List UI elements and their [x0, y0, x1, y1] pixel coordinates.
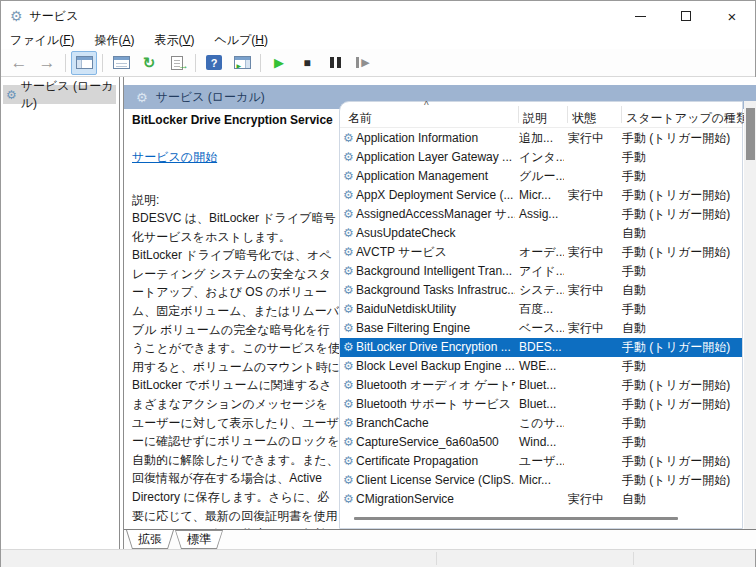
service-description-cell: Bluet...	[515, 376, 564, 395]
service-row[interactable]: ⚙ AVCTP サービス オーデ... 実行中 手動 (トリガー開始)	[340, 243, 742, 262]
service-row[interactable]: ⚙ Background Tasks Infrastruc... システ... …	[340, 281, 742, 300]
stop-service-button[interactable]: ■	[294, 51, 320, 75]
vertical-scrollbar[interactable]	[744, 101, 756, 529]
service-row[interactable]: ⚙ BitLocker Drive Encryption ... BDES...…	[340, 338, 742, 357]
service-description-cell	[515, 224, 564, 243]
service-row[interactable]: ⚙ Application Layer Gateway ... インタ... 手…	[340, 148, 742, 167]
restart-icon: ▶	[356, 57, 369, 68]
service-row[interactable]: ⚙ CMigrationService 実行中 自動	[340, 490, 742, 509]
service-row[interactable]: ⚙ Application Management グルー... 手動	[340, 167, 742, 186]
service-row[interactable]: ⚙ Base Filtering Engine ベース... 実行中 自動	[340, 319, 742, 338]
menu-help[interactable]: ヘルプ(H)	[205, 32, 279, 49]
service-row[interactable]: ⚙ Background Intelligent Tran... アイド... …	[340, 262, 742, 281]
toolbar-separator	[195, 54, 196, 72]
vertical-scrollbar-thumb[interactable]	[746, 108, 755, 160]
header-gear-icon: ⚙	[136, 91, 148, 104]
service-description-cell: アイド...	[515, 262, 564, 281]
menu-file[interactable]: ファイル(F)	[1, 32, 84, 49]
column-header-description[interactable]: 説明	[523, 110, 547, 127]
properties-button[interactable]	[108, 51, 134, 75]
export-list-button[interactable]: →	[164, 51, 190, 75]
service-description-cell: 百度...	[515, 300, 564, 319]
toolbar: ← → ↻ → ? ▶ ▶ ■ ▶	[1, 49, 755, 77]
service-row[interactable]: ⚙ AppX Deployment Service (... Micr... 実…	[340, 186, 742, 205]
minimize-button[interactable]	[617, 1, 663, 31]
show-console-tree-button[interactable]	[71, 51, 97, 75]
service-row[interactable]: ⚙ Certificate Propagation ユーザ... 手動 (トリガ…	[340, 452, 742, 471]
pause-service-button[interactable]	[322, 51, 348, 75]
refresh-button[interactable]: ↻	[136, 51, 162, 75]
service-gear-icon: ⚙	[340, 338, 356, 357]
start-service-button[interactable]: ▶	[266, 51, 292, 75]
column-separator[interactable]	[518, 106, 519, 123]
menu-view[interactable]: 表示(V)	[144, 32, 204, 49]
service-startup-type: 自動	[618, 224, 742, 243]
service-row[interactable]: ⚙ BaiduNetdiskUtility 百度... 手動	[340, 300, 742, 319]
service-status	[564, 376, 618, 395]
service-row[interactable]: ⚙ Block Level Backup Engine ... WBE... 手…	[340, 357, 742, 376]
column-separator[interactable]	[567, 106, 568, 123]
services-list-panel: ^ 名前 説明 状態 スタートアップの種類 ⚙ Application Info…	[339, 101, 743, 529]
service-status	[564, 471, 618, 490]
service-startup-type: 手動	[618, 357, 742, 376]
service-name: Background Tasks Infrastruc...	[356, 281, 515, 300]
service-name: Bluetooth サポート サービス	[356, 395, 515, 414]
services-pane: ⚙ サービス (ローカル) BitLocker Drive Encryption…	[124, 77, 756, 549]
service-startup-type: 手動	[618, 414, 742, 433]
window-controls: ×	[617, 1, 755, 31]
close-button[interactable]: ×	[709, 1, 755, 31]
column-header-name[interactable]: 名前	[348, 110, 372, 127]
service-row[interactable]: ⚙ AssignedAccessManager サ... Assig... 手動…	[340, 205, 742, 224]
service-gear-icon: ⚙	[340, 376, 356, 395]
help-icon: ?	[206, 55, 222, 70]
tab-standard[interactable]: 標準	[175, 530, 223, 549]
maximize-button[interactable]	[663, 1, 709, 31]
restart-service-button[interactable]: ▶	[350, 51, 376, 75]
service-name: Application Management	[356, 167, 515, 186]
service-row[interactable]: ⚙ Bluetooth サポート サービス Bluet... 手動 (トリガー開…	[340, 395, 742, 414]
service-name: CaptureService_6a60a500	[356, 433, 515, 452]
service-gear-icon: ⚙	[340, 262, 356, 281]
service-name: AssignedAccessManager サ...	[356, 205, 515, 224]
horizontal-scrollbar-thumb[interactable]	[354, 517, 678, 520]
service-startup-type: 自動	[618, 319, 742, 338]
column-separator[interactable]	[621, 106, 622, 123]
service-gear-icon: ⚙	[340, 433, 356, 452]
column-header-startup-type[interactable]: スタートアップの種類	[626, 110, 748, 127]
service-row[interactable]: ⚙ AsusUpdateCheck 自動	[340, 224, 742, 243]
service-name: BaiduNetdiskUtility	[356, 300, 515, 319]
forward-button[interactable]: →	[34, 51, 60, 75]
help-button[interactable]: ?	[201, 51, 227, 75]
service-row[interactable]: ⚙ Client License Service (ClipS... Micr.…	[340, 471, 742, 490]
minimize-icon	[635, 16, 646, 17]
back-button[interactable]: ←	[6, 51, 32, 75]
service-name: Base Filtering Engine	[356, 319, 515, 338]
service-status	[564, 300, 618, 319]
show-action-pane-button[interactable]: ▶	[229, 51, 255, 75]
service-table-body: ⚙ Application Information 追加... 実行中 手動 (…	[340, 129, 742, 509]
tree-item-services-local[interactable]: ⚙ サービス (ローカル)	[3, 85, 116, 104]
service-startup-type: 手動 (トリガー開始)	[618, 129, 742, 148]
service-row[interactable]: ⚙ Bluetooth オーディオ ゲートウェ... Bluet... 手動 (…	[340, 376, 742, 395]
service-row[interactable]: ⚙ Application Information 追加... 実行中 手動 (…	[340, 129, 742, 148]
horizontal-scrollbar[interactable]	[340, 510, 742, 527]
start-icon: ▶	[274, 56, 284, 69]
menu-action[interactable]: 操作(A)	[84, 32, 144, 49]
export-list-icon: →	[171, 56, 183, 70]
menubar: ファイル(F) 操作(A) 表示(V) ヘルプ(H)	[1, 31, 755, 49]
column-header-status[interactable]: 状態	[572, 110, 596, 127]
service-status: 実行中	[564, 490, 618, 509]
service-row[interactable]: ⚙ CaptureService_6a60a500 Wind... 手動	[340, 433, 742, 452]
service-description-cell: WBE...	[515, 357, 564, 376]
start-service-link[interactable]: サービスの開始	[132, 149, 217, 166]
service-name: CMigrationService	[356, 490, 515, 509]
service-description-cell: BDES...	[515, 338, 564, 357]
tab-extended[interactable]: 拡張	[126, 530, 174, 549]
service-status	[564, 338, 618, 357]
service-gear-icon: ⚙	[340, 186, 356, 205]
service-status	[564, 414, 618, 433]
service-name: AppX Deployment Service (...	[356, 186, 515, 205]
service-row[interactable]: ⚙ BranchCache このサ... 手動	[340, 414, 742, 433]
close-icon: ×	[728, 9, 737, 24]
action-pane-icon: ▶	[234, 56, 251, 69]
